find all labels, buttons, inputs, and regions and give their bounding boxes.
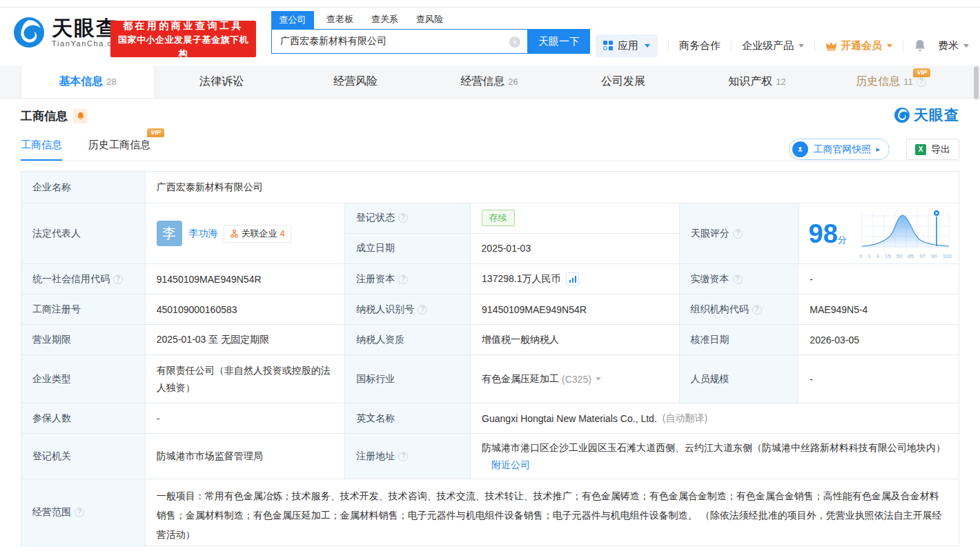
field-label: 统一社会信用代码 ? xyxy=(21,264,146,294)
field-label: 成立日期 xyxy=(345,234,471,264)
user-menu[interactable]: 费米 xyxy=(938,39,969,52)
search-button[interactable]: 天眼一下 xyxy=(528,29,590,54)
value-text: 增值税一般纳税人 xyxy=(482,334,559,346)
field-label: 营业期限 xyxy=(21,325,146,354)
label-text: 实缴资本 xyxy=(691,273,729,285)
auto-translate-note: (自动翻译) xyxy=(663,412,707,425)
label-text: 登记状态 xyxy=(356,212,395,224)
search-tab-company[interactable]: 查公司 xyxy=(271,11,314,29)
tab-operation-info[interactable]: 经营信息 26 xyxy=(422,66,556,98)
search-input[interactable] xyxy=(272,30,527,53)
label-text: 参保人数 xyxy=(32,412,71,425)
label-text: 注册资本 xyxy=(356,273,395,285)
reg-capital-value: 137298.1万人民币 xyxy=(471,264,680,294)
clear-icon[interactable]: × xyxy=(509,37,520,48)
related-label: 关联企业 xyxy=(242,228,277,240)
label-text: 登记机关 xyxy=(32,450,71,463)
excel-icon: X xyxy=(915,144,926,155)
tab-basic-info[interactable]: 基本信息 28 xyxy=(21,66,155,98)
help-icon[interactable]: ? xyxy=(75,508,84,517)
label-text: 企业类型 xyxy=(32,373,71,385)
tab-company-development[interactable]: 公司发展 xyxy=(556,66,690,98)
label-text: 天眼评分 xyxy=(691,228,729,240)
help-icon[interactable]: ? xyxy=(418,305,427,314)
help-icon[interactable]: ? xyxy=(398,213,408,223)
search-tab-relation[interactable]: 查关系 xyxy=(371,13,398,29)
label-text: 纳税人识别号 xyxy=(356,303,414,316)
legal-rep-link[interactable]: 李功海 xyxy=(189,228,218,240)
taxpayer-quality-value: 增值税一般纳税人 xyxy=(471,325,680,354)
subtab-history-business-info[interactable]: VIP 历史工商信息 xyxy=(88,137,150,161)
avatar[interactable]: 李 xyxy=(157,221,182,246)
search-tab-risk[interactable]: 查风险 xyxy=(416,13,443,29)
status-badge: 存续 xyxy=(482,210,515,226)
help-icon[interactable]: ? xyxy=(398,274,408,284)
org-code-value: MAE949N5-4 xyxy=(798,294,959,324)
value-text: 91450109MAE949N54R xyxy=(482,304,587,315)
promo-banner: 都在用的商业查询工具 国家中小企业发展子基金旗下机构 xyxy=(110,21,256,57)
chevron-down-icon xyxy=(798,44,804,48)
promo-line-1: 都在用的商业查询工具 xyxy=(115,18,252,33)
tianyancha-logo-icon xyxy=(894,107,910,123)
enterprise-products-menu[interactable]: 企业级产品 xyxy=(742,39,804,52)
open-vip-menu[interactable]: 开通会员 xyxy=(825,39,892,52)
score-distribution-chart: 0131550859799100 xyxy=(859,208,952,259)
subtab-business-info[interactable]: 工商信息 xyxy=(21,137,62,161)
table-row: 登记机关 防城港市市场监督管理局 注册地址 ? 防城港市港口区企沙工业园区玉石滩… xyxy=(21,434,959,479)
apps-label: 应用 xyxy=(618,39,638,52)
scrollbar-thumb[interactable] xyxy=(974,66,979,99)
label-text: 法定代表人 xyxy=(32,228,81,240)
section-title-row: 工商信息 xyxy=(21,108,88,124)
enterprise-products-label: 企业级产品 xyxy=(742,39,794,52)
nav-divider xyxy=(668,41,669,51)
header: 天眼查 TianYanCha.com 都在用的商业查询工具 国家中小企业发展子基… xyxy=(0,8,980,66)
network-icon xyxy=(230,229,239,238)
value-text: MAE949N5-4 xyxy=(810,304,868,315)
table-row: 营业期限 2025-01-03 至 无固定期限 纳税人资质 增值税一般纳税人 核… xyxy=(21,325,959,355)
tab-operation-risk[interactable]: 经营风险 xyxy=(288,66,422,98)
apps-menu[interactable]: 应用 xyxy=(596,34,658,57)
search-input-wrap: × xyxy=(271,29,528,54)
help-icon[interactable]: ? xyxy=(917,77,926,87)
business-term-value: 2025-01-03 至 无固定期限 xyxy=(146,325,346,354)
mid-column: 登记状态 ? 存续 成立日期 2025-01-03 xyxy=(345,203,680,263)
chevron-down-icon[interactable] xyxy=(596,377,601,381)
label-text: 组织机构代码 xyxy=(691,303,749,316)
nav-divider xyxy=(731,41,732,51)
search-tab-boss[interactable]: 查老板 xyxy=(326,13,353,29)
help-icon[interactable]: ? xyxy=(733,274,743,284)
field-label: 企业类型 xyxy=(21,355,146,403)
tab-count: 11 xyxy=(903,77,913,87)
related-companies-badge[interactable]: 关联企业 4 xyxy=(224,225,291,243)
help-icon[interactable]: ? xyxy=(398,452,408,461)
field-label: 纳税人资质 xyxy=(345,325,471,354)
capital-chart-icon[interactable] xyxy=(566,272,579,285)
reg-authority-value: 防城港市市场监督管理局 xyxy=(146,434,346,479)
export-button[interactable]: X 导出 xyxy=(906,139,959,160)
tab-label: 经营信息 xyxy=(460,74,504,89)
table-subrow: 登记状态 ? 存续 xyxy=(345,203,679,234)
help-icon[interactable]: ? xyxy=(733,229,743,239)
business-cooperation-link[interactable]: 商务合作 xyxy=(679,39,721,52)
subscribe-bell-icon[interactable] xyxy=(73,109,88,123)
search-tabs: 查公司 查老板 查关系 查风险 xyxy=(271,11,590,29)
help-icon[interactable]: ? xyxy=(752,305,762,314)
value-text: 有色金属压延加工 xyxy=(482,373,559,385)
tab-history-info[interactable]: VIP 历史信息 11 ? xyxy=(824,66,958,98)
crown-icon xyxy=(825,41,837,51)
reg-status-value: 存续 xyxy=(471,203,679,233)
nav-divider xyxy=(903,41,903,51)
value-text: 2025-01-03 xyxy=(482,243,531,254)
help-icon[interactable]: ? xyxy=(113,274,123,284)
tab-legal-litigation[interactable]: 法律诉讼 xyxy=(155,66,288,98)
tab-intellectual-property[interactable]: 知识产权 12 xyxy=(690,66,824,98)
table-row: 企业名称 广西宏泰新材料有限公司 xyxy=(21,172,959,203)
tianyancha-logo[interactable]: 天眼查 TianYanCha.com xyxy=(12,16,125,49)
header-nav: 应用 商务合作 企业级产品 开通会员 xyxy=(596,33,969,58)
establish-date-value: 2025-01-03 xyxy=(471,234,679,264)
notification-bell-icon[interactable] xyxy=(914,39,928,52)
main-tabbar: 基本信息 28 法律诉讼 经营风险 经营信息 26 公司发展 知识产权 12 V… xyxy=(0,66,980,99)
label-text: 成立日期 xyxy=(356,242,395,254)
nearby-companies-link[interactable]: 附近公司 xyxy=(491,459,530,470)
official-snapshot-button[interactable]: 工商官网快照 ▸ xyxy=(789,139,890,160)
